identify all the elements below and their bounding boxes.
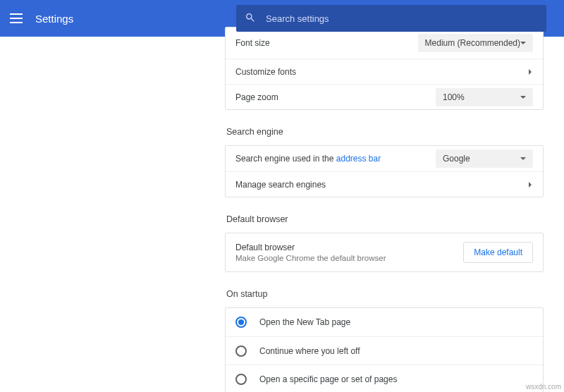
search-engine-card: Search engine used in the address bar Go…: [225, 145, 544, 197]
radio-icon[interactable]: [235, 317, 247, 328]
startup-option-continue[interactable]: Continue where you left off: [226, 336, 543, 365]
search-engine-used-label: Search engine used in the address bar: [235, 154, 436, 164]
search-input[interactable]: [266, 13, 538, 24]
font-size-label: Font size: [235, 38, 418, 48]
search-engine-heading: Search engine: [226, 127, 544, 137]
startup-option-label: Continue where you left off: [259, 346, 360, 356]
make-default-button[interactable]: Make default: [463, 242, 533, 263]
default-browser-row: Default browser Make Google Chrome the d…: [226, 233, 543, 271]
settings-main: Font size Medium (Recommended) Customize…: [225, 27, 544, 392]
caret-down-icon: [520, 157, 526, 160]
font-size-row: Font size Medium (Recommended): [226, 27, 543, 59]
default-browser-title: Default browser: [235, 243, 386, 252]
default-browser-sub: Make Google Chrome the default browser: [235, 254, 386, 262]
startup-option-label: Open a specific page or set of pages: [259, 374, 397, 384]
manage-search-engines-row[interactable]: Manage search engines: [226, 171, 543, 197]
address-bar-link[interactable]: address bar: [336, 154, 381, 164]
page-zoom-value: 100%: [443, 92, 465, 102]
page-zoom-dropdown[interactable]: 100%: [436, 88, 533, 106]
watermark: wsxdn.com: [526, 383, 561, 391]
page-zoom-row: Page zoom 100%: [226, 84, 543, 109]
on-startup-card: Open the New Tab page Continue where you…: [225, 307, 544, 392]
caret-down-icon: [520, 96, 526, 99]
search-bar[interactable]: [236, 5, 546, 32]
radio-icon[interactable]: [235, 345, 247, 357]
customize-fonts-label: Customize fonts: [235, 67, 529, 77]
appearance-card: Font size Medium (Recommended) Customize…: [225, 27, 544, 110]
chevron-right-icon: [529, 69, 532, 75]
default-browser-card: Default browser Make Google Chrome the d…: [225, 233, 544, 272]
search-engine-dropdown[interactable]: Google: [436, 149, 533, 168]
radio-icon[interactable]: [235, 374, 247, 385]
search-engine-used-row: Search engine used in the address bar Go…: [226, 146, 543, 171]
hamburger-menu-icon[interactable]: [10, 13, 23, 23]
default-browser-heading: Default browser: [226, 214, 544, 224]
page-zoom-label: Page zoom: [235, 92, 436, 102]
search-engine-value: Google: [443, 154, 470, 164]
caret-down-icon: [520, 42, 526, 44]
page-title: Settings: [35, 13, 73, 25]
chevron-right-icon: [529, 182, 532, 188]
startup-option-new-tab[interactable]: Open the New Tab page: [226, 308, 543, 336]
search-icon: [245, 12, 256, 25]
manage-search-engines-label: Manage search engines: [235, 180, 529, 190]
startup-option-label: Open the New Tab page: [259, 317, 350, 327]
startup-option-specific-page[interactable]: Open a specific page or set of pages: [226, 365, 543, 392]
on-startup-heading: On startup: [226, 289, 544, 299]
font-size-value: Medium (Recommended): [425, 38, 520, 48]
font-size-dropdown[interactable]: Medium (Recommended): [418, 34, 533, 52]
app-header: Settings: [0, 0, 564, 37]
customize-fonts-row[interactable]: Customize fonts: [226, 59, 543, 84]
search-engine-used-prefix: Search engine used in the: [235, 154, 336, 164]
